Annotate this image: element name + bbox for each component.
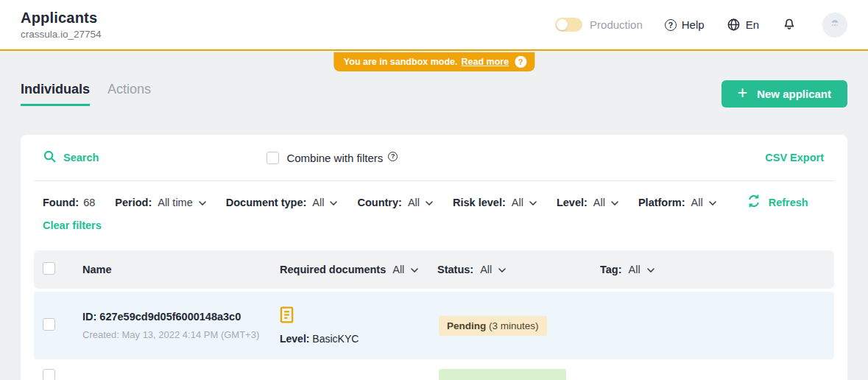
banner-help-icon[interactable]: ? xyxy=(515,56,526,68)
filter-level[interactable]: Level: All xyxy=(557,197,618,208)
new-applicant-label: New applicant xyxy=(757,88,831,100)
row-checkbox[interactable] xyxy=(43,318,55,331)
refresh-button[interactable]: Refresh xyxy=(747,194,808,211)
combine-checkbox[interactable] xyxy=(267,152,279,164)
applicant-created: Created: May 13, 2022 4:14 PM (GMT+3) xyxy=(82,329,280,340)
sandbox-banner: You are in sandbox mode. Read more ? xyxy=(334,52,534,71)
applicants-page: Applicants crassula.io_27754 Production … xyxy=(0,0,868,380)
combine-with-filters[interactable]: Combine with filters ? xyxy=(267,152,398,164)
filter-required-documents[interactable]: Required documents All xyxy=(280,264,437,275)
plus-icon: + xyxy=(738,85,747,102)
header: Applicants crassula.io_27754 Production … xyxy=(0,0,868,51)
question-circle-icon: ? xyxy=(665,19,677,31)
refresh-label: Refresh xyxy=(769,197,808,208)
sandbox-banner-text: You are in sandbox mode. xyxy=(344,57,458,67)
header-actions: Production ? Help En xyxy=(555,13,847,38)
help-label: Help xyxy=(682,18,705,31)
chevron-down-icon xyxy=(529,201,537,205)
status-cell xyxy=(437,369,600,380)
applicant-name-cell: ID: 627e59cd9d05f6000148a3c0 Created: Ma… xyxy=(82,311,280,340)
production-label: Production xyxy=(590,18,643,31)
search-icon xyxy=(43,149,57,166)
account-id: crassula.io_27754 xyxy=(21,29,102,40)
filter-platform[interactable]: Platform: All xyxy=(638,197,716,208)
filter-country[interactable]: Country: All xyxy=(357,197,433,208)
clear-filters-link[interactable]: Clear filters xyxy=(34,211,110,243)
filter-risk-level[interactable]: Risk level: All xyxy=(453,197,537,208)
status-cell: Pending (3 minutes) xyxy=(437,316,600,336)
chevron-down-icon xyxy=(498,268,506,272)
select-all-checkbox[interactable] xyxy=(43,262,55,275)
language-label: En xyxy=(746,18,759,31)
filter-document-type[interactable]: Document type: All xyxy=(226,197,338,208)
chevron-down-icon xyxy=(426,201,433,205)
table-row[interactable]: ID: 627e59cd9d05f6000148a3c0 Created: Ma… xyxy=(34,292,834,359)
filters-row: Found: 68 Period: All time Document type… xyxy=(34,181,834,211)
refresh-icon xyxy=(747,194,761,211)
table-header: Name Required documents All Status: All … xyxy=(34,250,834,289)
notifications-button[interactable] xyxy=(781,15,797,34)
chevron-down-icon xyxy=(330,201,337,205)
page-title: Applicants xyxy=(21,10,102,27)
search-button[interactable]: Search xyxy=(43,149,99,166)
found-value: 68 xyxy=(83,197,95,208)
chevron-down-icon xyxy=(709,201,716,205)
found-label: Found: xyxy=(43,197,79,208)
filter-status[interactable]: Status: All xyxy=(437,264,600,275)
csv-export-link[interactable]: CSV Export xyxy=(765,152,825,163)
status-badge-approved xyxy=(439,369,566,380)
production-toggle-group: Production xyxy=(555,18,643,32)
new-applicant-button[interactable]: + New applicant xyxy=(721,80,847,108)
production-toggle[interactable] xyxy=(555,18,582,32)
chevron-down-icon xyxy=(611,201,618,205)
tab-individuals[interactable]: Individuals xyxy=(21,82,90,106)
language-selector[interactable]: En xyxy=(727,18,759,32)
applicant-level: Level: BasicKYC xyxy=(280,333,359,345)
avatar-glyph-icon xyxy=(828,17,841,32)
column-name: Name xyxy=(82,264,280,275)
chevron-down-icon xyxy=(411,268,418,272)
combine-help-icon: ? xyxy=(388,152,398,161)
chevron-down-icon xyxy=(647,268,654,272)
header-titles: Applicants crassula.io_27754 xyxy=(21,10,102,40)
applicants-card: Search Combine with filters ? CSV Export… xyxy=(21,135,847,380)
filter-period[interactable]: Period: All time xyxy=(115,197,206,208)
applicant-id: ID: 627e59cd9d05f6000148a3c0 xyxy=(82,311,280,323)
avatar[interactable] xyxy=(822,13,847,38)
read-more-link[interactable]: Read more xyxy=(462,57,509,67)
found-count: Found: 68 xyxy=(43,197,95,208)
help-button[interactable]: ? Help xyxy=(665,18,705,31)
filter-tag[interactable]: Tag: All xyxy=(600,264,834,275)
toggle-knob xyxy=(557,19,568,30)
required-documents-cell: Level: BasicKYC xyxy=(280,306,437,345)
chevron-down-icon xyxy=(199,201,206,205)
bell-icon xyxy=(781,15,797,34)
search-label: Search xyxy=(63,152,99,163)
main-content: Individuals Actions + New applicant Sear… xyxy=(0,80,868,380)
status-badge-pending: Pending (3 minutes) xyxy=(439,316,547,336)
tab-actions[interactable]: Actions xyxy=(107,82,151,106)
document-icon xyxy=(280,306,294,326)
globe-icon xyxy=(727,18,741,32)
row-checkbox[interactable] xyxy=(43,369,55,380)
tabs-row: Individuals Actions + New applicant xyxy=(21,80,847,108)
tabs: Individuals Actions xyxy=(21,82,151,106)
combine-label: Combine with filters xyxy=(286,152,383,164)
table-row[interactable] xyxy=(34,362,834,380)
toolbar: Search Combine with filters ? CSV Export xyxy=(34,135,834,180)
